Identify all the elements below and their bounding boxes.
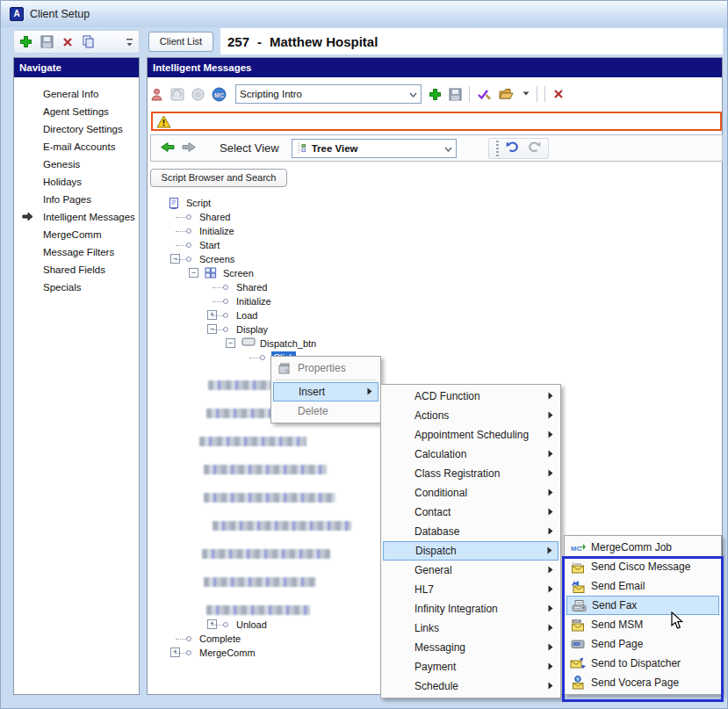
redo-button[interactable]	[527, 141, 541, 156]
dispatch-submenu-item-send-email[interactable]: Send Email	[566, 576, 719, 596]
tree-item-start[interactable]: Start	[1, 238, 563, 252]
save-icon[interactable]	[449, 88, 462, 101]
tree-item-redacted[interactable]	[204, 591, 311, 601]
insert-submenu-item-contact[interactable]: Contact	[383, 503, 559, 522]
tree-item-redacted[interactable]	[197, 535, 321, 545]
tree-item-redacted[interactable]	[199, 437, 306, 446]
sidebar-item-directory-settings[interactable]: Directory Settings	[14, 120, 139, 138]
add-icon[interactable]	[19, 35, 32, 48]
menu-separator	[276, 380, 376, 380]
copy-icon[interactable]	[82, 35, 95, 48]
script-browser-tab[interactable]: Script Browser and Search	[150, 169, 287, 187]
insert-submenu-item-class-registration[interactable]: Class Registration	[383, 464, 559, 483]
delete-icon[interactable]	[61, 36, 74, 48]
dropdown-arrow-icon[interactable]	[523, 91, 530, 97]
submenu-item-label: Send to Dispatcher	[589, 657, 714, 669]
dispatch-submenu-item-send-cisco-message[interactable]: CiscoSend Cisco Message	[566, 557, 719, 576]
tree-item-redacted[interactable]	[202, 507, 283, 517]
insert-submenu-item-calculation[interactable]: Calculation	[383, 445, 559, 464]
insert-submenu-item-payment[interactable]: Payment	[383, 657, 559, 676]
insert-submenu-item-conditional[interactable]: Conditional	[383, 483, 559, 503]
tree-item-redacted[interactable]	[196, 423, 329, 432]
globe-disabled-icon[interactable]	[191, 88, 205, 101]
tree-expander-minus-icon[interactable]: −	[226, 338, 235, 348]
tree-item-redacted[interactable]	[204, 563, 320, 573]
save-icon[interactable]	[40, 35, 54, 48]
back-button[interactable]	[160, 141, 175, 156]
tree-item-screens[interactable]: −Screens	[1, 252, 563, 266]
menu-item-delete[interactable]: Delete	[273, 402, 378, 421]
dispatch-submenu-item-send-vocera-page[interactable]: VSend Vocera Page	[566, 673, 719, 692]
submenu-item-label: Conditional	[413, 487, 543, 499]
dispatch-submenu-item-send-msm[interactable]: MSMSend MSM	[566, 615, 719, 634]
tree-item-label: Display	[234, 323, 270, 336]
undo-button[interactable]	[506, 141, 520, 156]
tree-item-dispatch-btn[interactable]: −Dispatch_btn	[1, 336, 563, 351]
script-toolbar: MCScripting Intro	[150, 80, 721, 108]
tree-item-initialize[interactable]: Initialize	[1, 224, 563, 238]
tree-item-display[interactable]: −Display	[1, 322, 563, 336]
sidebar-item-e-mail-accounts[interactable]: E-mail Accounts	[14, 138, 139, 156]
tree-node-icon	[223, 313, 228, 318]
client-list-button[interactable]: Client List	[148, 32, 213, 52]
tree-item-redacted[interactable]	[204, 577, 316, 587]
client-setup-window: A Client Setup Client List 257 - Matthew…	[0, 0, 728, 709]
tree-item-redacted[interactable]	[204, 465, 327, 474]
script-combobox[interactable]: Scripting Intro	[235, 84, 422, 104]
tree-item-script[interactable]: Script	[1, 196, 563, 210]
dispatch-submenu-item-mergecomm-job[interactable]: MCMergeComm Job	[566, 538, 719, 557]
person-icon[interactable]	[150, 88, 163, 101]
tree-item-redacted[interactable]	[204, 493, 335, 503]
tree-item-screen[interactable]: −Screen	[1, 266, 563, 280]
sidebar-item-genesis[interactable]: Genesis	[14, 156, 139, 173]
tree-connector	[176, 231, 186, 232]
sidebar-item-holidays[interactable]: Holidays	[14, 173, 139, 191]
tree-item-redacted[interactable]	[213, 521, 351, 531]
dispatch-submenu-item-send-fax[interactable]: Send Fax	[566, 596, 719, 615]
svg-text:MSM: MSM	[572, 619, 581, 624]
tree-item-label: Initialize	[198, 225, 236, 237]
tree-item-redacted[interactable]	[199, 451, 292, 460]
history-disabled-icon[interactable]	[170, 88, 184, 101]
insert-submenu-item-infinity-integration[interactable]: Infinity Integration	[383, 599, 559, 619]
sidebar-item-general-info[interactable]: General Info	[14, 85, 139, 103]
insert-submenu-item-appointment-scheduling[interactable]: Appointment Scheduling	[383, 425, 559, 445]
insert-submenu-item-dispatch[interactable]: Dispatch	[383, 541, 559, 561]
tree-item-redacted[interactable]	[206, 605, 310, 615]
open-folder-icon[interactable]	[499, 88, 515, 100]
insert-submenu-item-hl7[interactable]: HL7	[383, 580, 559, 599]
insert-submenu-item-schedule[interactable]: Schedule	[383, 676, 559, 696]
dispatch-submenu-item-send-page[interactable]: Send Page	[566, 634, 719, 654]
toolbar-overflow-icon[interactable]	[126, 37, 133, 47]
tree-item-shared[interactable]: Shared	[1, 280, 563, 294]
view-combobox[interactable]: Tree View	[292, 139, 457, 158]
add-icon[interactable]	[429, 88, 442, 101]
menu-item-insert[interactable]: Insert	[273, 382, 378, 402]
insert-submenu-item-acd-function[interactable]: ACD Function	[383, 387, 559, 406]
dispatch-submenu-item-send-to-dispatcher[interactable]: Send to Dispatcher	[566, 654, 719, 673]
insert-submenu-item-general[interactable]: General	[383, 561, 559, 580]
insert-submenu-item-messaging[interactable]: Messaging	[383, 638, 559, 657]
title-bar[interactable]: A Client Setup	[1, 1, 728, 27]
sidebar-item-agent-settings[interactable]: Agent Settings	[14, 103, 139, 120]
spellcheck-icon[interactable]	[477, 88, 492, 101]
tree-item-shared[interactable]: Shared	[1, 210, 563, 224]
menu-item-properties[interactable]: Properties	[273, 358, 378, 378]
submenu-item-label: Database	[413, 525, 543, 538]
insert-submenu-item-actions[interactable]: Actions	[383, 406, 559, 425]
mergecomm-badge-icon[interactable]: MC	[212, 87, 227, 102]
delete-icon[interactable]	[552, 88, 565, 100]
tree-expander-minus-icon[interactable]: −	[189, 268, 198, 278]
tree-item-initialize[interactable]: Initialize	[1, 294, 563, 308]
insert-submenu-item-links[interactable]: Links	[383, 619, 559, 638]
tree-item-redacted[interactable]	[206, 479, 356, 488]
submenu-arrow-icon	[367, 386, 372, 398]
submenu-item-label: Calculation	[413, 448, 543, 460]
tree-item-redacted[interactable]	[202, 549, 330, 559]
send-fax-icon	[572, 599, 587, 612]
insert-submenu-item-database[interactable]: Database	[383, 522, 559, 541]
tree-item-load[interactable]: +Load	[1, 308, 563, 322]
submenu-arrow-icon	[548, 429, 553, 441]
forward-button[interactable]	[182, 141, 197, 156]
sidebar-item-label: General Info	[43, 89, 98, 99]
